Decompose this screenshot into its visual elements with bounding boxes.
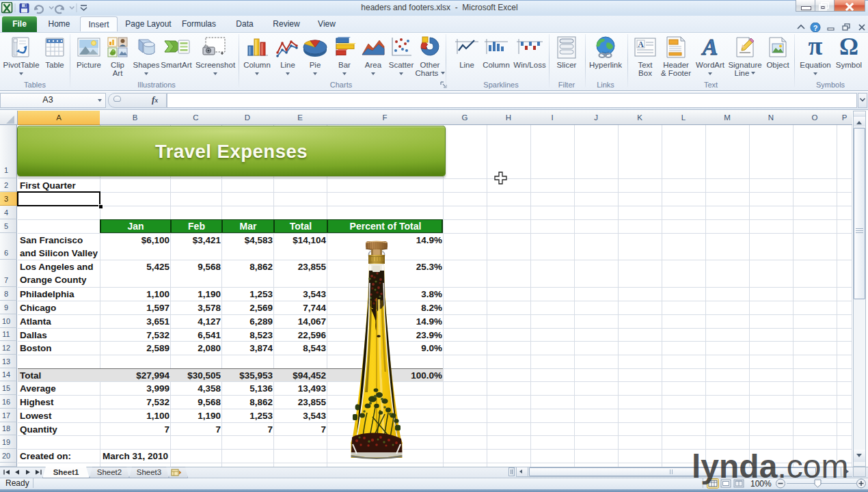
svg-text:Ω: Ω [839,36,858,60]
svg-text:π: π [809,36,823,60]
svg-text:A: A [701,36,718,59]
svg-text:?: ? [813,24,818,32]
svg-text:A: A [638,40,644,49]
